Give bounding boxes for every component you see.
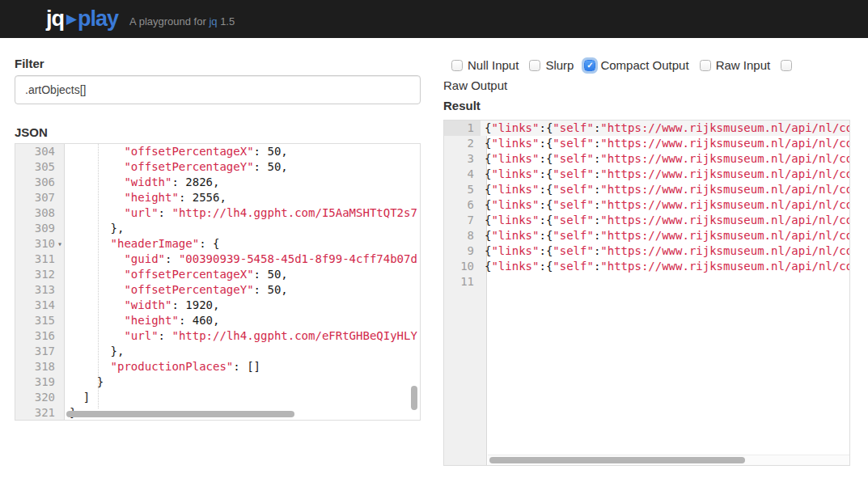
result-editor[interactable]: 1{"links":{"self":"https://www.rijksmuse… xyxy=(443,120,850,466)
fold-arrow-icon[interactable]: ▾ xyxy=(55,236,65,252)
code-text: {"links":{"self":"https://www.rijksmuseu… xyxy=(481,121,850,136)
code-text: "offsetPercentageY": 50, xyxy=(65,282,288,298)
code-text: }, xyxy=(65,344,124,359)
line-number: 2 xyxy=(444,136,481,151)
code-text: "width": 1920, xyxy=(65,298,219,313)
code-text: }, xyxy=(65,221,124,236)
compact-output-checkbox[interactable] xyxy=(584,60,595,71)
null-input-checkbox[interactable] xyxy=(451,60,463,71)
line-number: 320 xyxy=(15,390,55,405)
code-line[interactable]: 304 "offsetPercentageX": 50, xyxy=(15,144,420,159)
code-line[interactable]: 314 "width": 1920, xyxy=(15,298,420,313)
fold-gutter xyxy=(55,298,65,313)
tagline-prefix: A playground for xyxy=(129,15,209,27)
code-line[interactable]: 3{"links":{"self":"https://www.rijksmuse… xyxy=(444,151,849,167)
fold-gutter xyxy=(55,344,65,359)
code-text: {"links":{"self":"https://www.rijksmuseu… xyxy=(481,197,850,213)
fold-gutter xyxy=(55,359,65,374)
code-line[interactable]: 313 "offsetPercentageY": 50, xyxy=(15,282,420,298)
fold-gutter xyxy=(55,159,65,175)
result-horizontal-scrollbar[interactable] xyxy=(489,457,745,463)
code-line[interactable]: 307 "height": 2556, xyxy=(15,190,420,205)
code-line[interactable]: 319 } xyxy=(15,374,420,390)
jqplay-logo[interactable]: jq ▶ play xyxy=(46,6,118,32)
fold-gutter xyxy=(55,328,65,344)
code-line[interactable]: 2{"links":{"self":"https://www.rijksmuse… xyxy=(444,136,849,151)
line-number: 3 xyxy=(444,151,481,167)
line-number: 315 xyxy=(15,313,55,328)
code-line[interactable]: 317 }, xyxy=(15,344,420,359)
code-line[interactable]: 309 }, xyxy=(15,221,420,236)
line-number: 8 xyxy=(444,228,481,243)
fold-gutter xyxy=(55,221,65,236)
code-line[interactable]: 5{"links":{"self":"https://www.rijksmuse… xyxy=(444,182,849,197)
code-text: "height": 460, xyxy=(65,313,219,328)
option-raw-input[interactable]: Raw Input xyxy=(700,58,771,72)
json-horizontal-scrollbar[interactable] xyxy=(66,411,294,417)
json-code[interactable]: 304 "offsetPercentageX": 50,305 "offsetP… xyxy=(15,144,420,421)
line-number: 308 xyxy=(15,205,55,221)
line-number: 314 xyxy=(15,298,55,313)
line-number: 11 xyxy=(444,274,481,290)
code-text: "offsetPercentageX": 50, xyxy=(65,267,288,282)
code-line[interactable]: 310▾ "headerImage": { xyxy=(15,236,420,252)
code-line[interactable]: 8{"links":{"self":"https://www.rijksmuse… xyxy=(444,228,849,243)
code-line[interactable]: 318 "productionPlaces": [] xyxy=(15,359,420,374)
null-input-label: Null Input xyxy=(468,58,519,72)
line-number: 312 xyxy=(15,267,55,282)
json-vertical-scrollbar[interactable] xyxy=(411,386,417,410)
code-text: "url": "http://lh4.ggpht.com/I5AaMSHTtQT… xyxy=(65,205,417,221)
code-line[interactable]: 1{"links":{"self":"https://www.rijksmuse… xyxy=(444,121,849,136)
code-line[interactable]: 6{"links":{"self":"https://www.rijksmuse… xyxy=(444,197,849,213)
code-text xyxy=(481,274,485,290)
fold-gutter xyxy=(55,190,65,205)
slurp-label: Slurp xyxy=(545,58,574,72)
code-text: {"links":{"self":"https://www.rijksmuseu… xyxy=(481,228,850,243)
code-line[interactable]: 308 "url": "http://lh4.ggpht.com/I5AaMSH… xyxy=(15,205,420,221)
code-line[interactable]: 315 "height": 460, xyxy=(15,313,420,328)
line-number: 310 xyxy=(15,236,55,252)
line-number: 307 xyxy=(15,190,55,205)
code-line[interactable]: 316 "url": "http://lh4.ggpht.com/eFRtGHB… xyxy=(15,328,420,344)
line-number: 316 xyxy=(15,328,55,344)
raw-output-checkbox[interactable] xyxy=(781,60,792,71)
raw-input-label: Raw Input xyxy=(716,58,771,72)
result-code: 1{"links":{"self":"https://www.rijksmuse… xyxy=(444,121,849,290)
slurp-checkbox[interactable] xyxy=(529,60,540,71)
fold-gutter xyxy=(55,144,65,159)
tagline-version: 1.5 xyxy=(218,15,235,27)
option-compact-output[interactable]: Compact Output xyxy=(584,58,688,72)
code-line[interactable]: 305 "offsetPercentageY": 50, xyxy=(15,159,420,175)
line-number: 319 xyxy=(15,374,55,390)
code-line[interactable]: 312 "offsetPercentageX": 50, xyxy=(15,267,420,282)
raw-input-checkbox[interactable] xyxy=(700,60,711,71)
line-number: 313 xyxy=(15,282,55,298)
option-null-input[interactable]: Null Input xyxy=(451,58,519,72)
code-text: {"links":{"self":"https://www.rijksmuseu… xyxy=(481,182,850,197)
code-text: {"links":{"self":"https://www.rijksmuseu… xyxy=(481,213,850,228)
fold-gutter xyxy=(55,252,65,267)
code-line[interactable]: 7{"links":{"self":"https://www.rijksmuse… xyxy=(444,213,849,228)
options-bar: Null Input Slurp Compact Output Raw Inpu… xyxy=(451,58,792,72)
option-slurp[interactable]: Slurp xyxy=(529,58,574,72)
filter-heading: Filter xyxy=(15,57,44,70)
code-line[interactable]: 306 "width": 2826, xyxy=(15,175,420,190)
jq-link[interactable]: jq xyxy=(209,15,217,27)
fold-gutter xyxy=(55,374,65,390)
code-line[interactable]: 320 ] xyxy=(15,390,420,405)
code-text: {"links":{"self":"https://www.rijksmuseu… xyxy=(481,259,850,274)
fold-gutter xyxy=(55,405,65,421)
code-line[interactable]: 11 xyxy=(444,274,849,290)
json-editor[interactable]: 304 "offsetPercentageX": 50,305 "offsetP… xyxy=(15,143,421,421)
code-text: "offsetPercentageY": 50, xyxy=(65,159,288,175)
code-line[interactable]: 311 "guid": "00390939-5458-45d1-8f99-4cf… xyxy=(15,252,420,267)
fold-gutter xyxy=(55,282,65,298)
code-line[interactable]: 9{"links":{"self":"https://www.rijksmuse… xyxy=(444,243,849,259)
line-number: 318 xyxy=(15,359,55,374)
code-line[interactable]: 10{"links":{"self":"https://www.rijksmus… xyxy=(444,259,849,274)
line-number: 311 xyxy=(15,252,55,267)
code-line[interactable]: 4{"links":{"self":"https://www.rijksmuse… xyxy=(444,167,849,182)
line-number: 321 xyxy=(15,405,55,421)
result-heading: Result xyxy=(443,99,481,112)
filter-input[interactable] xyxy=(15,75,421,104)
